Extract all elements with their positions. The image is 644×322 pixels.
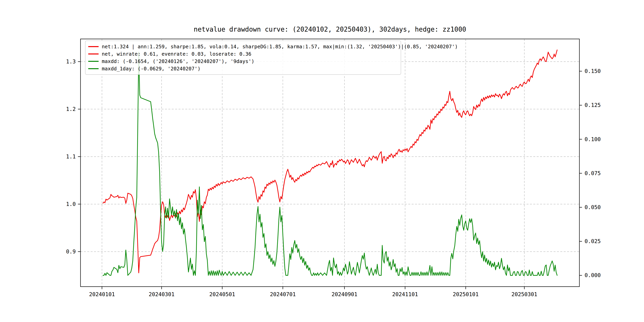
y-right-tick-label: 0.000 — [584, 272, 601, 278]
legend-label-maxdd: maxdd: (-0.1654, ('20240126', '20240207'… — [102, 58, 254, 64]
y-left-tick-label: 1.3 — [66, 58, 76, 64]
plot-border — [80, 39, 580, 286]
y-right-tick-label: 0.075 — [584, 170, 601, 176]
y-right-tick-label: 0.100 — [584, 136, 601, 142]
x-tick-label: 20241101 — [392, 291, 418, 297]
legend-item-maxdd: maxdd: (-0.1654, ('20240126', '20240207'… — [88, 58, 397, 65]
y-right-tick-label: 0.050 — [584, 204, 601, 210]
x-tick-label: 20240101 — [89, 291, 115, 297]
legend-label-net-rates: net, winrate: 0.61, evenrate: 0.03, lose… — [102, 51, 252, 57]
legend-line-sample-maxdd-1day — [88, 68, 98, 69]
chart-figure: netvalue drawdown curve: (20240102, 2025… — [0, 0, 644, 322]
x-tick-label: 20250301 — [512, 291, 537, 297]
y-left-tick-label: 1.0 — [66, 201, 76, 207]
legend-label-maxdd-1day: maxdd_1day: (-0.0629, '20240207') — [102, 66, 200, 72]
legend-line-sample-maxdd — [88, 61, 98, 62]
y-left-tick-label: 0.9 — [66, 248, 76, 254]
y-left-tick-label: 1.2 — [66, 106, 76, 112]
legend-item-net-rates: net, winrate: 0.61, evenrate: 0.03, lose… — [88, 50, 397, 58]
drawdown-curve-line — [103, 52, 557, 275]
y-right-tick-label: 0.025 — [584, 238, 601, 244]
x-tick-label: 20240301 — [149, 291, 174, 297]
x-tick-label: 20250101 — [453, 291, 479, 297]
x-tick-label: 20240501 — [209, 291, 235, 297]
legend-box: net:1.324 | ann:1.259, sharpe:1.85, vola… — [85, 40, 401, 75]
x-tick-label: 20240901 — [332, 291, 358, 297]
legend-item-maxdd-1day: maxdd_1day: (-0.0629, '20240207') — [88, 65, 397, 72]
y-right-tick-label: 0.125 — [584, 102, 601, 108]
legend-item-net-stats: net:1.324 | ann:1.259, sharpe:1.85, vola… — [88, 43, 397, 50]
x-tick-label: 20240701 — [270, 291, 296, 297]
legend-line-sample-net-stats — [88, 46, 98, 47]
y-right-tick-label: 0.150 — [584, 68, 601, 74]
legend-line-sample-net-rates — [88, 54, 98, 54]
legend-label-net-stats: net:1.324 | ann:1.259, sharpe:1.85, vola… — [102, 44, 458, 50]
net-curve-line — [103, 50, 557, 273]
y-left-tick-label: 1.1 — [66, 154, 76, 160]
